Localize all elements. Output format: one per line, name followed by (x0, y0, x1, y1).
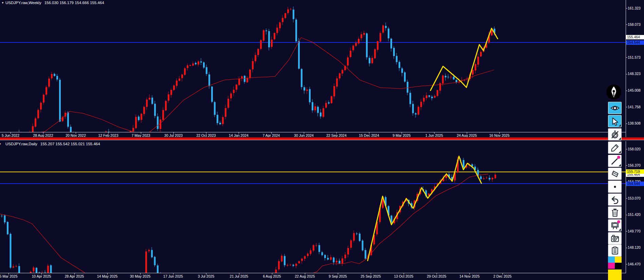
time-axis-label: 5 Mar 2025 (0, 274, 18, 278)
candle-body (179, 78, 180, 81)
candle-body (160, 119, 161, 129)
candle-body (263, 30, 264, 41)
weekly-chart-plot[interactable] (0, 0, 626, 132)
yellow-swatch-tool[interactable] (608, 269, 622, 280)
cursor-tool[interactable] (608, 115, 622, 127)
time-axis-tick (239, 132, 239, 134)
palette-color-cell[interactable] (615, 263, 622, 269)
candle-body (211, 87, 213, 102)
undo-tool[interactable] (608, 193, 622, 206)
time-axis-label: 3 Jul 2025 (198, 274, 214, 278)
flyout-corner-indicator (619, 151, 621, 153)
pencil-tool[interactable] (608, 142, 622, 154)
price-axis-tick (626, 24, 627, 25)
candle-body (339, 73, 341, 78)
eye-tool[interactable] (608, 102, 622, 114)
candle-body (287, 9, 289, 13)
price-axis-tick (626, 198, 627, 199)
palette-color-cell[interactable] (608, 263, 615, 269)
candle-body (363, 33, 365, 35)
candle-body (342, 258, 343, 263)
camera-icon (610, 234, 620, 243)
time-axis-tick (434, 132, 435, 134)
time-axis-label: 2 Dec 2025 (493, 274, 512, 278)
camera-tool[interactable] (608, 232, 622, 244)
time-axis-tick (74, 273, 75, 275)
candle-body (463, 160, 464, 168)
trash-tool[interactable] (608, 206, 622, 219)
trash-icon (610, 208, 620, 217)
candle-body (333, 86, 335, 96)
time-axis-tick (304, 132, 304, 134)
candle-body (282, 18, 283, 22)
pencil-icon (610, 143, 620, 152)
candle-body (362, 241, 364, 250)
candle-body (298, 41, 300, 69)
candle-body (227, 99, 229, 108)
candle-body (418, 107, 419, 115)
stopwatch-tool[interactable] (608, 128, 622, 141)
time-axis-tick (206, 273, 206, 275)
candle-body (293, 10, 294, 19)
time-axis-label: 29 Oct 2025 (427, 274, 446, 278)
price-axis-tick (626, 107, 627, 107)
candle-body (284, 256, 286, 265)
chart-window-separator[interactable] (0, 137, 644, 141)
chart-collapse-arrow[interactable]: ▼ (0, 143, 1, 146)
price-axis-label: 141.758 (628, 105, 641, 109)
price-axis-label: 148.120 (628, 245, 641, 250)
palette-color-cell[interactable] (608, 257, 615, 263)
candle-body (244, 76, 245, 82)
candle-body (233, 90, 235, 93)
candle-body (59, 80, 61, 122)
candle-body (222, 117, 224, 124)
candle-body (4, 216, 6, 222)
moving-average-line (17, 38, 494, 132)
candle-body (298, 261, 300, 263)
palette-color-cell[interactable] (615, 257, 622, 263)
price-axis-tick (626, 231, 627, 231)
candle-body (7, 222, 8, 234)
easel-tool[interactable] (608, 219, 622, 231)
candle-body (32, 126, 34, 132)
candle-body (56, 76, 58, 80)
candle-body (336, 261, 337, 262)
pen-nib-logo[interactable] (606, 85, 621, 99)
candle-body (426, 95, 427, 98)
candle-body (431, 97, 433, 98)
chart-collapse-arrow[interactable]: ▼ (1, 1, 4, 4)
candle-body (477, 57, 479, 64)
candle-body (327, 258, 329, 260)
candle-body (37, 110, 39, 118)
candle-body (365, 250, 366, 259)
eraser-tool[interactable] (608, 168, 622, 180)
weekly-symbol-label: USDJPY.raw,Weekly (5, 1, 41, 5)
candle-body (434, 96, 436, 97)
candle-body (325, 103, 327, 108)
line-tool[interactable] (608, 155, 622, 167)
time-axis-label: 9 Sep 2025 (329, 274, 347, 278)
candle-body (290, 9, 292, 10)
price-axis-tick (626, 248, 627, 248)
time-axis-tick (470, 273, 470, 275)
dot-tool[interactable] (608, 181, 622, 193)
candle-body (48, 79, 50, 87)
candle-body (238, 79, 240, 85)
candle-body (369, 58, 370, 63)
candle-body (324, 255, 326, 258)
candle-body (275, 269, 277, 273)
candle-body (70, 127, 72, 132)
candle-body (203, 62, 205, 68)
zigzag-overlay[interactable] (430, 28, 498, 90)
candle-body (390, 39, 392, 49)
candle-body (323, 108, 324, 117)
candle-body (439, 83, 441, 91)
time-axis-tick (173, 132, 174, 134)
candle-body (47, 266, 49, 273)
color-palette-tool[interactable] (608, 257, 622, 269)
time-axis-tick (437, 273, 437, 275)
daily-chart-plot[interactable] (0, 141, 626, 273)
candle-body (145, 251, 147, 273)
clipboard-tool[interactable] (608, 244, 622, 257)
candle-body (135, 117, 137, 128)
